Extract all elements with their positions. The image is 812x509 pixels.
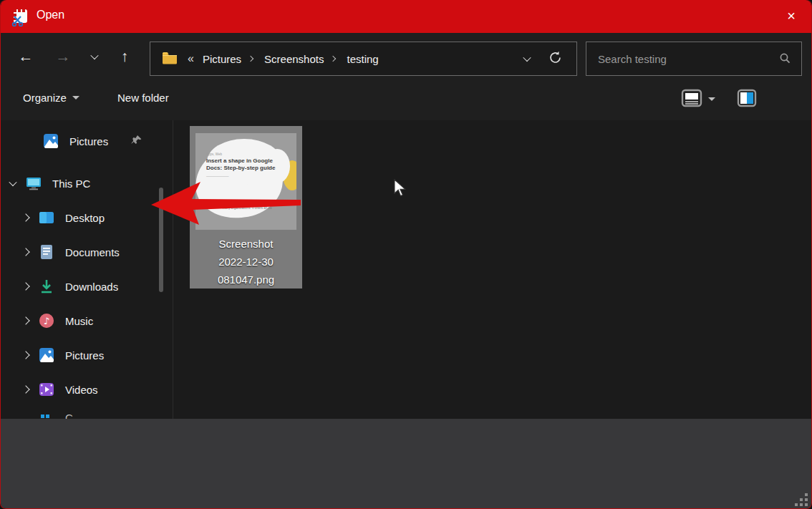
search-input[interactable] [586, 53, 778, 65]
organize-label: Organize [23, 92, 67, 104]
pictures-icon [38, 346, 55, 364]
up-button[interactable]: ↑ [111, 43, 138, 70]
sidebar-item-desktop[interactable]: Desktop [1, 205, 171, 231]
collapsed-chevron-icon[interactable] [21, 316, 29, 324]
thumbnail-body-text: Google Docs has been the goto word proce… [208, 202, 286, 210]
preview-pane-button[interactable] [737, 89, 757, 110]
title-bar: Open × [1, 0, 811, 33]
sidebar-item-videos[interactable]: Videos [1, 377, 171, 402]
downloads-icon [38, 278, 55, 295]
caret-down-icon [72, 96, 79, 100]
dialog-body: Pictures This PC Desktop [1, 120, 811, 419]
breadcrumb-screenshots[interactable]: Screenshots [260, 53, 328, 65]
sidebar-item-music[interactable]: ♪ Music [1, 308, 171, 334]
address-dropdown-icon[interactable] [523, 54, 531, 62]
sidebar-item-label: Music [65, 315, 93, 327]
desktop-icon [38, 209, 55, 226]
breadcrumb-pictures[interactable]: Pictures [198, 53, 246, 65]
mouse-cursor [394, 179, 410, 198]
close-button[interactable]: × [771, 0, 811, 31]
sidebar-item-downloads[interactable]: Downloads [1, 273, 171, 299]
sidebar-item-label: This PC [52, 178, 90, 190]
views-caret-icon [708, 97, 715, 101]
up-icon: ↑ [121, 48, 129, 65]
collapsed-chevron-icon[interactable] [21, 282, 29, 290]
search-box[interactable] [586, 42, 802, 76]
breadcrumb-separator-icon [248, 56, 253, 62]
organize-menu[interactable]: Organize [23, 92, 79, 104]
music-icon: ♪ [38, 312, 55, 329]
recent-locations-button[interactable] [81, 43, 108, 70]
thumbnail-meta-text: Apps, Web [206, 152, 278, 156]
back-button[interactable]: ← [12, 43, 39, 70]
close-icon: × [787, 8, 796, 24]
sidebar-item-pictures[interactable]: Pictures [1, 342, 171, 368]
dialog-footer: File name: All files (*.bmp;*.dib;*.gif;… [1, 419, 811, 509]
breadcrumb-testing[interactable]: testing [342, 53, 382, 65]
collapsed-chevron-icon[interactable] [21, 248, 29, 256]
documents-icon [38, 243, 55, 261]
preview-pane-icon [737, 89, 757, 110]
address-bar[interactable]: « Pictures Screenshots testing [150, 42, 577, 76]
collapsed-chevron-icon[interactable] [21, 351, 29, 359]
sidebar-item-this-pc[interactable]: This PC [1, 170, 171, 196]
this-pc-icon [25, 175, 42, 192]
breadcrumb-separator-icon [330, 56, 336, 62]
breadcrumb-overflow[interactable]: « [188, 52, 194, 65]
forward-button[interactable]: → [49, 43, 77, 70]
navigation-bar: ← → ↑ « Pictures Screenshots testing [1, 33, 811, 80]
new-folder-button[interactable]: New folder [117, 92, 169, 104]
sidebar-item-label: Downloads [65, 281, 118, 293]
collapsed-chevron-icon[interactable] [21, 385, 29, 393]
videos-icon [38, 381, 55, 398]
window-title: Open [37, 9, 64, 21]
views-icon [681, 89, 702, 110]
sidebar-item-pictures-pinned[interactable]: Pictures [1, 128, 171, 154]
file-name-caption: Screenshot 2022-12-30 081047.png [190, 235, 302, 289]
resize-grip[interactable] [795, 493, 808, 506]
collapsed-chevron-icon[interactable] [21, 213, 29, 221]
sidebar-item-label: C [65, 412, 73, 420]
search-icon [778, 52, 801, 65]
snipping-app-icon [10, 6, 30, 26]
sidebar-item-label: Desktop [65, 212, 105, 224]
pictures-icon [42, 132, 59, 150]
windows-drive-icon [38, 409, 55, 419]
views-button[interactable] [681, 89, 715, 110]
sidebar-item-label: Documents [65, 246, 120, 258]
folder-icon [162, 52, 178, 67]
sidebar-item-label: Pictures [69, 135, 108, 147]
thumbnail-date-line: ――――――― [206, 175, 278, 178]
back-icon: ← [19, 48, 34, 65]
command-toolbar: Organize New folder [1, 80, 811, 120]
sidebar-item-label: Videos [65, 384, 98, 396]
expand-chevron-icon[interactable] [9, 178, 16, 186]
new-folder-label: New folder [117, 92, 169, 104]
pane-divider [173, 120, 173, 419]
refresh-icon[interactable] [548, 51, 562, 67]
sidebar-item-clipped-drive[interactable]: C [1, 409, 171, 419]
sidebar-item-label: Pictures [65, 349, 104, 362]
pin-icon [131, 135, 142, 148]
file-thumbnail: Apps, Web Insert a shape in Google Docs:… [195, 133, 296, 230]
file-item-selected[interactable]: Apps, Web Insert a shape in Google Docs:… [190, 126, 302, 289]
sidebar-item-documents[interactable]: Documents [1, 239, 171, 265]
chevron-down-icon [90, 52, 98, 59]
forward-icon: → [56, 48, 71, 65]
open-dialog-window: Open × ← → ↑ « Pictures [0, 0, 812, 509]
thumbnail-title-text: Insert a shape in Google Docs: Step-by-s… [206, 157, 279, 172]
svg-text:♪: ♪ [44, 316, 49, 326]
